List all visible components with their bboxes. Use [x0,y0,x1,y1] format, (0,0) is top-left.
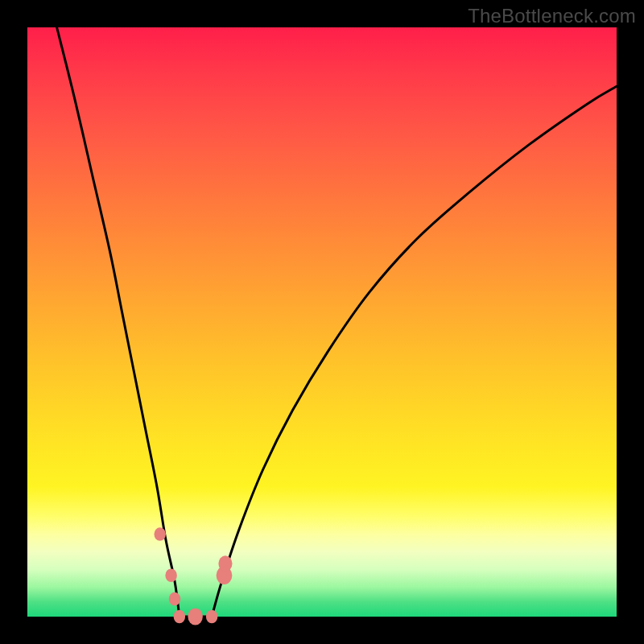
data-marker [169,592,180,606]
curve-right-branch [212,86,617,617]
chart-svg [27,27,617,617]
plot-area [27,27,617,617]
data-marker [218,555,232,572]
data-marker [165,568,176,582]
data-marker [188,608,202,625]
data-marker [154,527,165,541]
data-marker [206,610,217,624]
data-marker [174,610,185,624]
watermark-text: TheBottleneck.com [468,5,636,27]
outer-frame: TheBottleneck.com [0,0,644,644]
